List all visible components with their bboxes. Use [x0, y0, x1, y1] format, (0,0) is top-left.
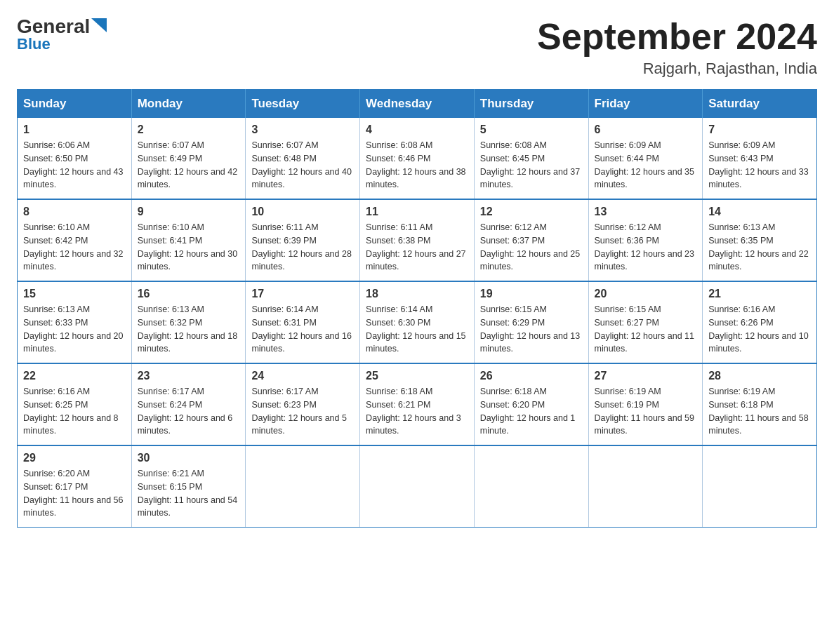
- daylight-label: Daylight: 12 hours and 43 minutes.: [23, 167, 123, 190]
- sunrise-label: Sunrise: 6:12 AM: [595, 222, 661, 232]
- calendar-header-row: SundayMondayTuesdayWednesdayThursdayFrid…: [18, 90, 817, 119]
- logo-triangle-icon: [91, 18, 107, 32]
- day-number: 22: [23, 370, 126, 382]
- day-info: Sunrise: 6:06 AM Sunset: 6:50 PM Dayligh…: [23, 139, 126, 192]
- sunrise-label: Sunrise: 6:13 AM: [708, 222, 775, 232]
- day-info: Sunrise: 6:16 AM Sunset: 6:25 PM Dayligh…: [23, 385, 126, 438]
- day-info: Sunrise: 6:19 AM Sunset: 6:19 PM Dayligh…: [595, 385, 697, 438]
- sunset-label: Sunset: 6:31 PM: [251, 318, 316, 328]
- calendar-cell: 15 Sunrise: 6:13 AM Sunset: 6:33 PM Dayl…: [18, 281, 132, 363]
- sunrise-label: Sunrise: 6:20 AM: [23, 469, 90, 478]
- day-number: 2: [138, 123, 240, 136]
- header: General Blue September 2024 Rajgarh, Raj…: [17, 17, 817, 78]
- day-number: 23: [138, 370, 240, 382]
- calendar-week-row: 1 Sunrise: 6:06 AM Sunset: 6:50 PM Dayli…: [18, 118, 817, 199]
- day-info: Sunrise: 6:07 AM Sunset: 6:48 PM Dayligh…: [251, 139, 354, 192]
- day-number: 25: [366, 370, 468, 382]
- daylight-label: Daylight: 12 hours and 33 minutes.: [708, 167, 808, 190]
- day-number: 13: [595, 206, 697, 218]
- day-number: 30: [138, 452, 240, 464]
- calendar-cell: [703, 445, 817, 528]
- daylight-label: Daylight: 12 hours and 35 minutes.: [595, 167, 694, 190]
- logo-general: General: [17, 17, 90, 36]
- sunrise-label: Sunrise: 6:16 AM: [23, 387, 90, 396]
- day-info: Sunrise: 6:13 AM Sunset: 6:32 PM Dayligh…: [138, 303, 240, 356]
- daylight-label: Daylight: 12 hours and 6 minutes.: [138, 413, 233, 436]
- svg-marker-0: [91, 18, 107, 32]
- day-info: Sunrise: 6:15 AM Sunset: 6:29 PM Dayligh…: [480, 303, 583, 356]
- day-number: 29: [23, 452, 126, 464]
- sunset-label: Sunset: 6:24 PM: [138, 400, 202, 410]
- calendar-cell: 18 Sunrise: 6:14 AM Sunset: 6:30 PM Dayl…: [360, 281, 475, 363]
- daylight-label: Daylight: 12 hours and 30 minutes.: [138, 249, 237, 272]
- day-number: 21: [708, 288, 811, 300]
- day-info: Sunrise: 6:09 AM Sunset: 6:43 PM Dayligh…: [708, 139, 811, 192]
- sunrise-label: Sunrise: 6:08 AM: [480, 140, 547, 150]
- calendar-cell: 21 Sunrise: 6:16 AM Sunset: 6:26 PM Dayl…: [703, 281, 817, 363]
- day-number: 26: [480, 370, 583, 382]
- sunset-label: Sunset: 6:30 PM: [366, 318, 430, 328]
- calendar-cell: 29 Sunrise: 6:20 AM Sunset: 6:17 PM Dayl…: [18, 445, 132, 528]
- day-number: 9: [138, 206, 240, 218]
- day-info: Sunrise: 6:17 AM Sunset: 6:23 PM Dayligh…: [251, 385, 354, 438]
- sunset-label: Sunset: 6:43 PM: [708, 154, 773, 163]
- day-number: 24: [251, 370, 354, 382]
- sunset-label: Sunset: 6:23 PM: [251, 400, 316, 410]
- calendar-table: SundayMondayTuesdayWednesdayThursdayFrid…: [17, 89, 817, 528]
- sunset-label: Sunset: 6:35 PM: [708, 236, 773, 246]
- calendar-cell: 4 Sunrise: 6:08 AM Sunset: 6:46 PM Dayli…: [360, 118, 475, 199]
- sunset-label: Sunset: 6:42 PM: [23, 236, 88, 246]
- day-number: 1: [23, 123, 126, 136]
- daylight-label: Daylight: 11 hours and 58 minutes.: [708, 413, 808, 436]
- sunrise-label: Sunrise: 6:19 AM: [595, 387, 661, 396]
- daylight-label: Daylight: 12 hours and 16 minutes.: [251, 331, 351, 354]
- calendar-cell: 22 Sunrise: 6:16 AM Sunset: 6:25 PM Dayl…: [18, 363, 132, 445]
- day-info: Sunrise: 6:12 AM Sunset: 6:36 PM Dayligh…: [595, 221, 697, 274]
- day-number: 17: [251, 288, 354, 300]
- day-info: Sunrise: 6:21 AM Sunset: 6:15 PM Dayligh…: [138, 467, 240, 520]
- sunset-label: Sunset: 6:15 PM: [138, 482, 202, 492]
- daylight-label: Daylight: 12 hours and 15 minutes.: [366, 331, 465, 354]
- daylight-label: Daylight: 12 hours and 5 minutes.: [251, 413, 347, 436]
- calendar-cell: 1 Sunrise: 6:06 AM Sunset: 6:50 PM Dayli…: [18, 118, 132, 199]
- day-number: 16: [138, 288, 240, 300]
- calendar-cell: 10 Sunrise: 6:11 AM Sunset: 6:39 PM Dayl…: [246, 199, 360, 281]
- sunrise-label: Sunrise: 6:16 AM: [708, 304, 775, 314]
- daylight-label: Daylight: 12 hours and 28 minutes.: [251, 249, 351, 272]
- day-info: Sunrise: 6:12 AM Sunset: 6:37 PM Dayligh…: [480, 221, 583, 274]
- sunrise-label: Sunrise: 6:21 AM: [138, 469, 204, 478]
- sunrise-label: Sunrise: 6:09 AM: [708, 140, 775, 150]
- day-number: 11: [366, 206, 468, 218]
- sunset-label: Sunset: 6:19 PM: [595, 400, 659, 410]
- day-number: 8: [23, 206, 126, 218]
- sunset-label: Sunset: 6:36 PM: [595, 236, 659, 246]
- sunset-label: Sunset: 6:46 PM: [366, 154, 430, 163]
- calendar-cell: [474, 445, 588, 528]
- day-info: Sunrise: 6:08 AM Sunset: 6:45 PM Dayligh…: [480, 139, 583, 192]
- daylight-label: Daylight: 12 hours and 25 minutes.: [480, 249, 580, 272]
- daylight-label: Daylight: 12 hours and 1 minute.: [480, 413, 576, 436]
- daylight-label: Daylight: 12 hours and 13 minutes.: [480, 331, 580, 354]
- sunrise-label: Sunrise: 6:19 AM: [708, 387, 775, 396]
- day-info: Sunrise: 6:07 AM Sunset: 6:49 PM Dayligh…: [138, 139, 240, 192]
- sunset-label: Sunset: 6:29 PM: [480, 318, 545, 328]
- calendar-cell: 16 Sunrise: 6:13 AM Sunset: 6:32 PM Dayl…: [131, 281, 246, 363]
- sunrise-label: Sunrise: 6:06 AM: [23, 140, 90, 150]
- calendar-cell: 12 Sunrise: 6:12 AM Sunset: 6:37 PM Dayl…: [474, 199, 588, 281]
- sunrise-label: Sunrise: 6:17 AM: [251, 387, 318, 396]
- sunrise-label: Sunrise: 6:14 AM: [366, 304, 432, 314]
- calendar-cell: 7 Sunrise: 6:09 AM Sunset: 6:43 PM Dayli…: [703, 118, 817, 199]
- daylight-label: Daylight: 12 hours and 20 minutes.: [23, 331, 123, 354]
- calendar-cell: 3 Sunrise: 6:07 AM Sunset: 6:48 PM Dayli…: [246, 118, 360, 199]
- daylight-label: Daylight: 12 hours and 42 minutes.: [138, 167, 237, 190]
- daylight-label: Daylight: 12 hours and 8 minutes.: [23, 413, 119, 436]
- header-friday: Friday: [588, 90, 703, 119]
- sunset-label: Sunset: 6:48 PM: [251, 154, 316, 163]
- sunset-label: Sunset: 6:38 PM: [366, 236, 430, 246]
- sunrise-label: Sunrise: 6:17 AM: [138, 387, 204, 396]
- day-info: Sunrise: 6:11 AM Sunset: 6:38 PM Dayligh…: [366, 221, 468, 274]
- calendar-cell: 19 Sunrise: 6:15 AM Sunset: 6:29 PM Dayl…: [474, 281, 588, 363]
- sunset-label: Sunset: 6:26 PM: [708, 318, 773, 328]
- sunset-label: Sunset: 6:39 PM: [251, 236, 316, 246]
- sunrise-label: Sunrise: 6:18 AM: [480, 387, 547, 396]
